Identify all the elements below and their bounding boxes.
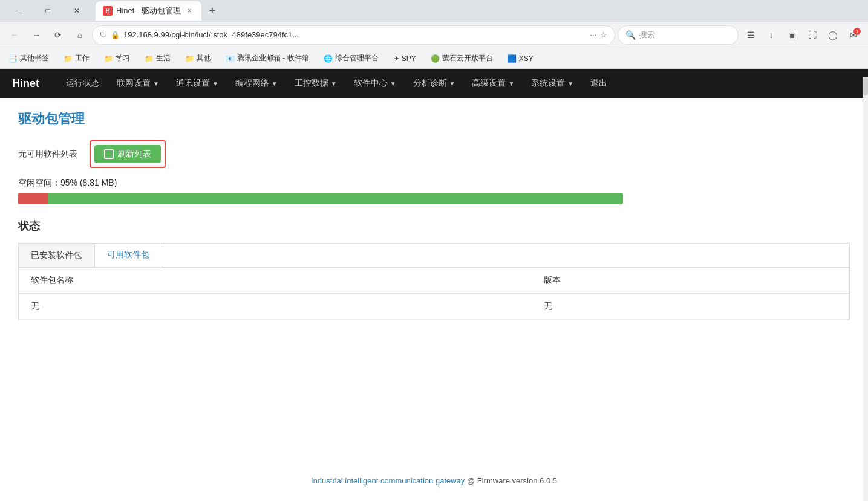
- bookmark-icon: 🌐: [324, 54, 333, 63]
- bookmark-icon: ✈: [393, 54, 399, 63]
- bookmark-label: SPY: [402, 54, 416, 63]
- nav-item-plc-data[interactable]: 工控数据 ▼: [286, 69, 345, 98]
- main-content: 驱动包管理 无可用软件列表 刷新列表 空闲空间：95% (8.81 MB): [0, 98, 868, 501]
- reload-button[interactable]: ⟳: [48, 25, 68, 45]
- url-text: 192.168.9.99/cgi-bin/luci/;stok=489fe39e…: [123, 30, 586, 39]
- profile-button[interactable]: ◯: [823, 25, 843, 45]
- top-nav: Hinet 运行状态 联网设置 ▼ 通讯设置 ▼ 编程网络 ▼: [0, 69, 868, 98]
- notification-badge: 1: [853, 28, 861, 35]
- address-bar[interactable]: 🛡 🔒 192.168.9.99/cgi-bin/luci/;stok=489f…: [92, 25, 615, 45]
- back-button[interactable]: ←: [5, 25, 24, 45]
- bookmark-folder-icon: 📁: [104, 54, 113, 63]
- software-table: 软件包名称 版本 无 无: [18, 267, 850, 320]
- footer-link[interactable]: Industrial intelligent communication gat…: [311, 476, 465, 485]
- bookmark-folder-icon: 📁: [145, 54, 154, 63]
- bookmark-label: XSY: [519, 54, 534, 63]
- notifications-button[interactable]: ✉ 1: [844, 25, 863, 45]
- chevron-down-icon: ▼: [331, 80, 337, 87]
- tab-installed[interactable]: 已安装软件包: [19, 244, 94, 267]
- reader-mode-button[interactable]: ▣: [782, 25, 801, 45]
- tabs-header: 已安装软件包 可用软件包: [19, 244, 849, 267]
- bookmark-label: 工作: [75, 53, 90, 63]
- chevron-down-icon: ▼: [153, 80, 159, 87]
- scroll-thumb[interactable]: [863, 77, 868, 95]
- bookmark-management-platform[interactable]: 🌐 综合管理平台: [320, 51, 382, 66]
- tab-available[interactable]: 可用软件包: [94, 244, 162, 267]
- col-header-version: 版本: [532, 268, 849, 294]
- search-icon: 🔍: [625, 30, 636, 40]
- cell-version: 无: [532, 294, 849, 320]
- bookmark-work[interactable]: 📁 工作: [60, 51, 93, 66]
- search-bar[interactable]: 🔍 搜索: [618, 25, 739, 45]
- downloads-button[interactable]: ↓: [762, 25, 781, 45]
- nav-item-communication[interactable]: 通讯设置 ▼: [168, 69, 227, 98]
- bookmark-label: 萤石云开放平台: [442, 53, 493, 63]
- nav-item-advanced[interactable]: 高级设置 ▼: [463, 69, 523, 98]
- chevron-down-icon: ▼: [449, 80, 455, 87]
- bookmarks-bar: 📑 其他书签 📁 工作 📁 学习 📁 生活 📁 其他 📧 腾讯企业邮箱 - 收件…: [0, 48, 868, 69]
- browser-tab[interactable]: H Hinet - 驱动包管理 ×: [96, 1, 201, 21]
- col-header-name: 软件包名称: [19, 268, 532, 294]
- brand-logo: Hinet: [12, 77, 39, 90]
- tab-close-btn[interactable]: ×: [184, 6, 194, 16]
- software-list-label: 无可用软件列表: [18, 149, 77, 160]
- bookmark-study[interactable]: 📁 学习: [100, 51, 134, 66]
- nav-menu: 运行状态 联网设置 ▼ 通讯设置 ▼ 编程网络 ▼ 工控数据 ▼: [57, 69, 616, 98]
- search-placeholder: 搜索: [639, 30, 655, 40]
- software-section: 无可用软件列表 刷新列表: [18, 140, 850, 168]
- bookmark-label: 其他: [197, 53, 211, 63]
- nav-item-diagnostics[interactable]: 分析诊断 ▼: [405, 69, 464, 98]
- bookmark-label: 学习: [116, 53, 130, 63]
- refresh-btn-wrapper: 刷新列表: [90, 140, 166, 168]
- bookmark-folder-icon: 📑: [8, 54, 18, 63]
- minimize-button[interactable]: ─: [5, 2, 33, 20]
- footer-firmware-text: @ Firmware version 6.0.5: [467, 476, 557, 485]
- lock-icon: 🔒: [111, 31, 120, 39]
- close-button[interactable]: ✕: [63, 2, 91, 20]
- bookmark-label: 生活: [156, 53, 171, 63]
- table-row: 无 无: [19, 294, 849, 320]
- chevron-down-icon: ▼: [272, 80, 278, 87]
- nav-item-programming[interactable]: 编程网络 ▼: [227, 69, 286, 98]
- chevron-down-icon: ▼: [212, 80, 218, 87]
- bookmark-icon: 🟦: [507, 54, 517, 63]
- nav-item-software-center[interactable]: 软件中心 ▼: [345, 69, 405, 98]
- status-title: 状态: [18, 219, 850, 233]
- bookmark-ezviz[interactable]: 🟢 萤石云开放平台: [427, 51, 497, 66]
- space-progress-bar: [18, 193, 623, 204]
- nav-item-status[interactable]: 运行状态: [57, 69, 108, 98]
- nav-item-system[interactable]: 系统设置 ▼: [523, 69, 582, 98]
- new-tab-button[interactable]: +: [204, 2, 221, 19]
- bookmark-star-icon[interactable]: ☆: [600, 30, 607, 39]
- chevron-down-icon: ▼: [390, 80, 396, 87]
- chevron-down-icon: ▼: [508, 80, 514, 87]
- bookmark-folder-icon: 📁: [64, 54, 73, 63]
- refresh-list-button[interactable]: 刷新列表: [94, 145, 161, 163]
- tab-favicon: H: [103, 6, 113, 16]
- screenshot-button[interactable]: ⛶: [803, 25, 822, 45]
- bookmark-misc[interactable]: 📁 其他: [181, 51, 215, 66]
- cell-package-name: 无: [19, 294, 532, 320]
- more-icon[interactable]: ···: [590, 30, 596, 39]
- browser-toolbar: ☰ ↓ ▣ ⛶ ◯ ✉ 1: [741, 25, 863, 45]
- bookmark-spy[interactable]: ✈ SPY: [390, 52, 420, 65]
- scrollbar[interactable]: [863, 77, 868, 501]
- bookmark-folder-icon: 📁: [185, 54, 194, 63]
- status-section: 状态 已安装软件包 可用软件包 软件包名称 版本: [18, 219, 850, 320]
- bookmark-life[interactable]: 📁 生活: [141, 51, 174, 66]
- bookmark-xsy[interactable]: 🟦 XSY: [504, 52, 537, 65]
- home-button[interactable]: ⌂: [70, 25, 90, 45]
- page-title: 驱动包管理: [18, 110, 850, 128]
- chevron-down-icon: ▼: [567, 80, 573, 87]
- extensions-button[interactable]: ☰: [741, 25, 760, 45]
- maximize-button[interactable]: □: [34, 2, 62, 20]
- security-icon: 🛡: [100, 31, 107, 39]
- forward-button[interactable]: →: [27, 25, 46, 45]
- bookmark-label: 腾讯企业邮箱 - 收件箱: [237, 53, 309, 63]
- nav-item-network[interactable]: 联网设置 ▼: [108, 69, 168, 98]
- nav-item-logout[interactable]: 退出: [582, 69, 616, 98]
- bookmark-other[interactable]: 📑 其他书签: [5, 51, 53, 66]
- bookmark-icon: 📧: [226, 54, 235, 63]
- bookmark-label: 综合管理平台: [335, 53, 379, 63]
- bookmark-tencent-mail[interactable]: 📧 腾讯企业邮箱 - 收件箱: [222, 51, 313, 66]
